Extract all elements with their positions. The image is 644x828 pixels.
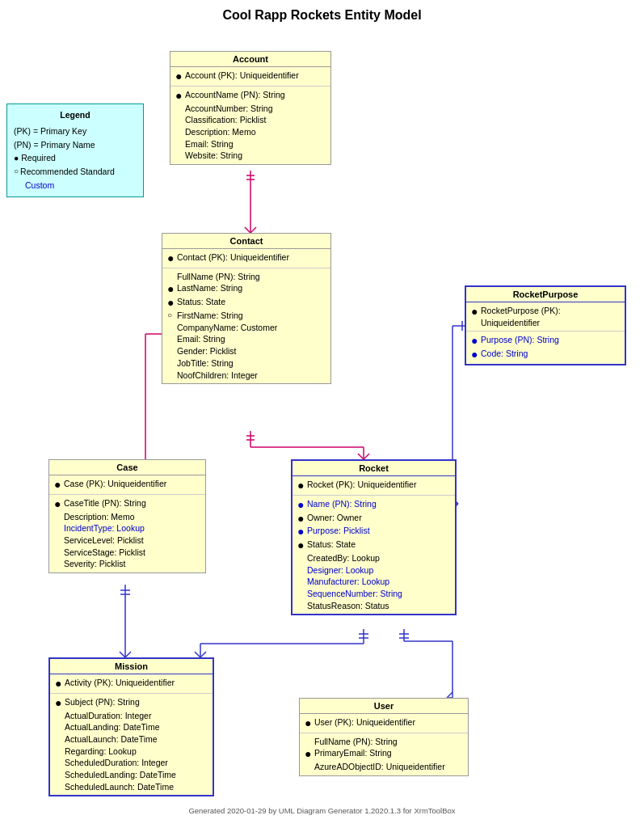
entity-user-header: User xyxy=(300,699,468,714)
svg-line-9 xyxy=(364,454,369,459)
mission-field-1: ActualDuration: Integer xyxy=(55,710,208,722)
entity-rocket: Rocket ● Rocket (PK): Uniqueidentifier ●… xyxy=(291,459,457,615)
entity-mission-header: Mission xyxy=(50,659,213,674)
contact-field-1: ● LastName: String xyxy=(167,282,326,296)
case-field-2: IncidentType: Lookup xyxy=(54,522,200,534)
entity-rocket-pk-section: ● Rocket (PK): Uniqueidentifier xyxy=(293,476,455,496)
account-field-5: Website: String xyxy=(175,150,326,162)
rocket-field-1: ● Owner: Owner xyxy=(297,512,450,526)
entity-account-header: Account xyxy=(170,52,330,67)
entity-rocketpurpose-fields: ● Purpose (PN): String ● Code: String xyxy=(466,332,625,364)
entity-case-pk-section: ● Case (PK): Uniqueidentifier xyxy=(49,475,205,495)
legend-pn: (PN) = Primary Name xyxy=(14,138,137,152)
legend-recommended: ○ Recommended Standard xyxy=(14,165,137,179)
entity-user-fields: FullName (PN): String ● PrimaryEmail: St… xyxy=(300,733,468,775)
entity-contact-pk-section: ● Contact (PK): Uniqueidentifier xyxy=(162,249,330,268)
svg-line-2 xyxy=(250,227,256,233)
entity-account: Account ● Account (PK): Uniqueidentifier… xyxy=(170,51,331,165)
mission-field-4: Regarding: Lookup xyxy=(55,746,208,758)
entity-contact-fields: FullName (PN): String ● LastName: String… xyxy=(162,268,330,383)
entity-user-pk-section: ● User (PK): Uniqueidentifier xyxy=(300,714,468,733)
entity-rocketpurpose-header: RocketPurpose xyxy=(466,287,625,302)
entity-account-fields: ● AccountName (PN): String AccountNumber… xyxy=(170,87,330,164)
entity-account-pk-row: ● Account (PK): Uniqueidentifier xyxy=(175,70,326,83)
contact-field-5: Email: String xyxy=(167,333,326,345)
contact-field-7: JobTitle: String xyxy=(167,357,326,370)
contact-field-0: FullName (PN): String xyxy=(167,271,326,283)
entity-account-pk-section: ● Account (PK): Uniqueidentifier xyxy=(170,67,330,87)
entity-mission-pk-section: ● Activity (PK): Uniqueidentifier xyxy=(50,674,213,694)
entity-rocket-pk-row: ● Rocket (PK): Uniqueidentifier xyxy=(297,479,450,492)
entity-contact-pk-row: ● Contact (PK): Uniqueidentifier xyxy=(167,251,326,265)
mission-field-5: ScheduledDuration: Integer xyxy=(55,757,208,769)
entity-mission-pk-row: ● Activity (PK): Uniqueidentifier xyxy=(55,677,208,691)
entity-case-header: Case xyxy=(49,460,205,475)
case-field-4: ServiceStage: Picklist xyxy=(54,547,200,559)
entity-mission-fields: ● Subject (PN): String ActualDuration: I… xyxy=(50,694,213,796)
legend: Legend (PK) = Primary Key (PN) = Primary… xyxy=(6,104,144,197)
entity-contact-header: Contact xyxy=(162,234,330,249)
rocket-field-8: StatusReason: Status xyxy=(297,600,450,612)
legend-custom: Custom xyxy=(14,179,137,192)
entity-case-fields: ● CaseTitle (PN): String Description: Me… xyxy=(49,495,205,572)
bullet-filled: ● xyxy=(175,70,185,83)
entity-mission: Mission ● Activity (PK): Uniqueidentifie… xyxy=(48,657,214,796)
svg-line-1 xyxy=(245,227,250,233)
rocket-field-6: Manufacturer: Lookup xyxy=(297,576,450,588)
mission-field-6: ScheduledLanding: DateTime xyxy=(55,769,208,781)
case-field-3: ServiceLevel: Picklist xyxy=(54,534,200,547)
rocket-field-2: ● Purpose: Picklist xyxy=(297,525,450,539)
rocketpurpose-field-1: ● Code: String xyxy=(471,348,620,361)
rocket-field-4: CreatedBy: Lookup xyxy=(297,552,450,564)
svg-line-28 xyxy=(125,652,131,657)
contact-field-3: ○ FirstName: String xyxy=(167,310,326,322)
legend-title: Legend xyxy=(14,108,137,122)
account-field-4: Email: String xyxy=(175,138,326,150)
case-field-5: Severity: Picklist xyxy=(54,558,200,570)
svg-line-35 xyxy=(200,652,206,657)
user-field-2: AzureADObjectID: Uniqueidentifier xyxy=(305,761,463,773)
contact-field-6: Gender: Picklist xyxy=(167,345,326,357)
entity-rocket-header: Rocket xyxy=(293,461,455,476)
mission-field-7: ScheduledLaunch: DateTime xyxy=(55,781,208,793)
legend-pk: (PK) = Primary Key xyxy=(14,125,137,138)
legend-required: ● Required xyxy=(14,151,137,165)
svg-line-34 xyxy=(195,652,200,657)
svg-line-27 xyxy=(120,652,125,657)
bullet-filled: ● xyxy=(175,89,185,103)
entity-case: Case ● Case (PK): Uniqueidentifier ● Cas… xyxy=(48,459,206,573)
rocket-field-3: ● Status: State xyxy=(297,539,450,552)
rocket-field-0: ● Name (PN): String xyxy=(297,498,450,512)
account-field-1: AccountNumber: String xyxy=(175,103,326,115)
contact-field-8: NoofChildren: Integer xyxy=(167,370,326,382)
mission-field-2: ActualLanding: DateTime xyxy=(55,721,208,733)
user-field-1: ● PrimaryEmail: String xyxy=(305,747,463,761)
user-field-0: FullName (PN): String xyxy=(305,736,463,748)
account-field-0: ● AccountName (PN): String xyxy=(175,89,326,103)
page-title: Cool Rapp Rockets Entity Model xyxy=(0,0,644,27)
account-field-3: Description: Memo xyxy=(175,126,326,138)
entity-contact: Contact ● Contact (PK): Uniqueidentifier… xyxy=(162,233,331,384)
svg-line-42 xyxy=(447,692,452,698)
entity-user: User ● User (PK): Uniqueidentifier FullN… xyxy=(299,698,469,776)
contact-field-4: CompanyName: Customer xyxy=(167,322,326,334)
rocket-field-5: Designer: Lookup xyxy=(297,564,450,577)
rocket-field-7: SequenceNumber: String xyxy=(297,588,450,600)
svg-line-8 xyxy=(358,454,364,459)
entity-rocket-fields: ● Name (PN): String ● Owner: Owner ● Pur… xyxy=(293,496,455,615)
mission-field-0: ● Subject (PN): String xyxy=(55,696,208,710)
case-field-1: Description: Memo xyxy=(54,511,200,523)
footer: Generated 2020-01-29 by UML Diagram Gene… xyxy=(0,806,644,815)
contact-field-2: ● Status: State xyxy=(167,296,326,310)
entity-rocketpurpose-pk-section: ● RocketPurpose (PK): Uniqueidentifier xyxy=(466,302,625,332)
rocketpurpose-field-0: ● Purpose (PN): String xyxy=(471,334,620,348)
entity-rocketpurpose-pk-row: ● RocketPurpose (PK): Uniqueidentifier xyxy=(471,305,620,328)
entity-case-pk-row: ● Case (PK): Uniqueidentifier xyxy=(54,478,200,492)
entity-rocketpurpose: RocketPurpose ● RocketPurpose (PK): Uniq… xyxy=(465,285,626,365)
mission-field-3: ActualLaunch: DateTime xyxy=(55,733,208,746)
case-field-0: ● CaseTitle (PN): String xyxy=(54,497,200,511)
entity-user-pk-row: ● User (PK): Uniqueidentifier xyxy=(305,716,463,730)
account-field-2: Classification: Picklist xyxy=(175,114,326,126)
